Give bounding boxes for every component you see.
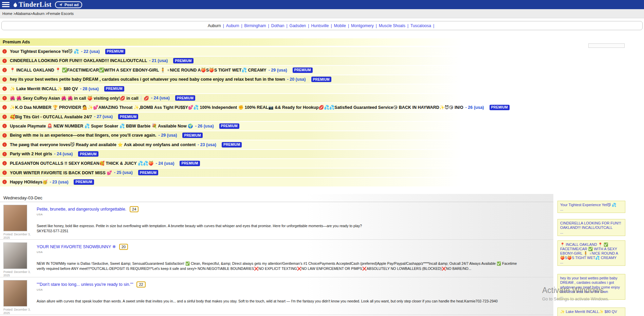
city-separator: | [223,23,224,28]
sidebar-ad-link[interactable]: ✨ Lake Merritt INCALL✨ $80 QV [560,310,623,314]
sidebar-ad-more: ... [560,294,623,298]
bump-icon[interactable]: ↑ [2,142,7,147]
listing-country: USA [37,251,523,254]
bump-icon[interactable]: ↑ [2,133,7,138]
city-link-huntsville[interactable]: Huntsville [311,23,329,28]
premium-ad-link[interactable]: hey its your best wettes petite baby DRE… [10,77,285,82]
listings-section: Wednesday-03-Dec Posted: December 3, 202… [0,194,553,316]
bump-icon[interactable]: ↑ [2,115,7,119]
listing-photo[interactable] [3,242,27,269]
listing-title-link[interactable]: Petite, brunette, and dangerously unforg… [37,207,126,212]
sidebar-ad-link[interactable]: 📍 INCALL OAKLAND 📍 ✅ FACETIME/CAR ✅ WITH… [560,242,623,260]
listing-title-link[interactable]: YOUR NEW FAVORITE SNOWBUNNY ❄ [37,244,116,249]
city-link-tuscaloosa[interactable]: Tuscaloosa [410,23,431,28]
premium-ad-link[interactable]: Party with 2 Hot girls [10,152,52,156]
premium-badge: PREMIUM [293,67,313,73]
listing-photo[interactable] [3,205,27,231]
premium-ad-meta: - 26 (usa) [195,124,214,129]
city-link-gadsden[interactable]: Gadsden [290,23,306,28]
listing-content: Petite, brunette, and dangerously unforg… [31,205,523,239]
premium-ad-row: ↑ ✨K.O Daa NUMBER 🏆 PROVIDER 💁✨💕AMAZING … [0,103,462,112]
menu-icon[interactable] [2,2,10,7]
listing-country: USA [37,288,523,291]
city-link-muscle-shoals[interactable]: Muscle Shoals [379,23,405,28]
premium-ad-row: ↑ Happy HOlidays🥳 - 23 (usa) PREMIUM [0,178,462,186]
premium-ad-meta: - 29 (usa) [269,68,287,73]
bump-icon[interactable]: ↑ [2,77,7,82]
premium-ad-meta: - 27 (usa) [94,114,113,119]
sidebar-ad-box: ✨ Lake Merritt INCALL✨ $80 QV ... [557,308,625,316]
city-link-dothan[interactable]: Dothan [271,23,284,28]
premium-ad-link[interactable]: PLEASANTON OUTCALLS !! SEXY KOREAN🥰 THIC… [10,161,154,166]
bump-icon[interactable]: ↑ [2,180,7,184]
city-link-auburn[interactable]: Auburn [226,23,239,28]
city-link-montgomery[interactable]: Montgomery [351,23,374,28]
premium-ad-link[interactable]: The pawg that everyone loves😼 Ready and … [10,142,196,147]
bump-icon[interactable]: ↑ [2,105,7,110]
premium-badge: PREMIUM [311,77,331,82]
premium-ad-link[interactable]: 🥰Big Tits Girl - OUTCALL Available 24/7 [10,114,92,119]
age-badge: 22 [136,281,145,288]
bump-icon[interactable]: ↑ [2,161,7,165]
listing-photo[interactable] [3,280,27,307]
premium-ad-link[interactable]: Your Tightest Experience Yet😼 💦 [10,49,79,54]
posted-date: Posted: December 3, 2025 [3,270,31,277]
premium-ad-meta: - 20 (usa) [287,77,306,82]
breadcrumb-bar: Home >Alabama>Auburn >Female Escorts [0,9,644,18]
breadcrumb[interactable]: Home >Alabama>Auburn >Female Escorts [2,12,74,16]
premium-ad-row: ↑ hey its your best wettes petite baby D… [0,75,462,84]
posted-date: Posted: December 3, 2025 [3,233,31,239]
listing-content: ""Don't stare too long... unless you're … [31,280,523,315]
premium-ad-meta: - 28 (usa) [80,86,99,91]
city-separator: | [331,23,332,28]
city-separator: | [286,23,287,28]
paper-plane-icon [59,3,63,7]
city-link-birmingham[interactable]: Birmingham [244,23,266,28]
sidebar-ad-link[interactable]: hey its your best wettes petite baby DRE… [560,276,623,294]
sidebar-ad-more: ... [560,230,623,234]
listing-title-link[interactable]: ""Don't stare too long... unless you're … [37,282,133,287]
premium-ad-row: ↑ 🥰Big Tits Girl - OUTCALL Available 24/… [0,113,462,121]
bump-icon[interactable]: ↑ [2,152,7,156]
sidebar-ad-link[interactable]: Your Tightest Experience Yet😼 💦 [560,203,623,207]
premium-badge: PREMIUM [219,123,239,129]
bump-icon[interactable]: ↑ [2,171,7,175]
premium-ad-link[interactable]: ✨ Lake Merritt INCALL✨ $80 QV [10,86,78,91]
city-link-mobile[interactable]: Mobile [334,23,346,28]
premium-badge: PREMIUM [104,86,124,92]
sidebar-ad-link[interactable]: CINDERELLA LOOKING FOR FUN!!! OAKLAND!!!… [560,221,623,230]
city-separator: | [407,23,408,28]
premium-ad-meta: - 24 (usa) [151,96,170,100]
premium-ad-link[interactable]: Upscale Playmate 🚨 NEW NUMBER 💦 Super So… [10,123,193,129]
bump-icon[interactable]: ↑ [2,49,7,54]
premium-ad-link[interactable]: Being with me is an experience—one that … [10,133,157,138]
sidebar-ad-more: ... [560,314,623,316]
premium-ad-link[interactable]: CINDERELLA LOOKING FOR FUN!!! OAKLAND!!!… [10,58,147,63]
premium-ad-meta: - 23 (usa) [198,142,216,147]
bump-icon[interactable]: ↑ [2,124,7,128]
premium-ad-link[interactable]: ✨K.O Daa NUMBER 🏆 PROVIDER 💁✨💕AMAZING Th… [10,105,463,110]
city-separator: | [241,23,242,28]
top-header: TinderList Post ad [0,0,644,9]
premium-ad-link[interactable]: Happy HOlidays🥳 [10,179,48,184]
listing-row: Posted: December 3, 2025 ""Don't stare t… [0,277,553,315]
bump-icon[interactable]: ↑ [2,86,7,91]
premium-badge: PREMIUM [175,95,195,101]
city-separator: | [433,23,434,28]
premium-ad-row: ↑ 🌺 🌺 Sexy CuRvy Asian 🌺 🌺 in call 🍑 vis… [0,94,462,103]
premium-ads-section: Premium Ads ↑ Your Tightest Experience Y… [0,38,462,186]
premium-ad-meta: - 26 (usa) [465,105,484,110]
listing-row: A lady for all occasions 38 USA [0,315,553,316]
premium-ad-link[interactable]: YOUR WINTER FAVORITE IS BACK DONT MISS 💕 [10,170,112,175]
premium-ad-link[interactable]: 🌺 🌺 Sexy CuRvy Asian 🌺 🌺 in call 🍑 visit… [10,96,149,101]
bump-icon[interactable]: ↑ [2,68,7,72]
city-separator: | [348,23,349,28]
premium-ad-link[interactable]: 📍 INCALL OAKLAND 📍 ✅FACETIME/CAR✅WITH A … [10,67,266,73]
post-ad-button[interactable]: Post ad [55,1,82,8]
brand-logo[interactable]: TinderList [13,1,52,8]
bump-icon[interactable]: ↑ [2,96,7,100]
bump-icon[interactable]: ↑ [2,59,7,63]
sidebar-ad-more: ... [560,207,623,211]
premium-ad-meta: - 22 (usa) [81,49,100,54]
listing-phone: SKYE702-577-2251 [37,229,523,234]
